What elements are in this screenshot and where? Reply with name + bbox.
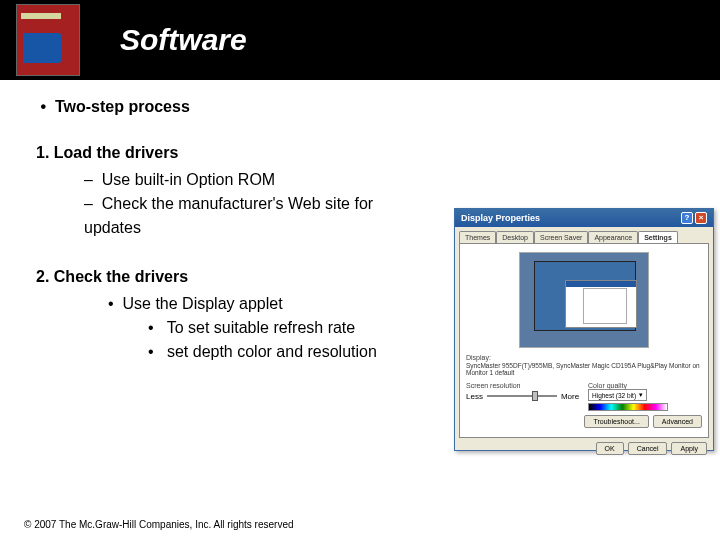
- tab-settings[interactable]: Settings: [638, 231, 678, 243]
- section-1-item: – Check the manufacturer's Web site for …: [36, 192, 416, 240]
- tab-appearance[interactable]: Appearance: [588, 231, 638, 243]
- tab-screensaver[interactable]: Screen Saver: [534, 231, 588, 243]
- cancel-button[interactable]: Cancel: [628, 442, 668, 455]
- color-quality-dropdown[interactable]: Highest (32 bit) ▾: [588, 389, 647, 401]
- dialog-title-text: Display Properties: [461, 213, 540, 223]
- book-cover-thumbnail: [16, 4, 80, 76]
- ok-button[interactable]: OK: [596, 442, 624, 455]
- main-bullet: • Two-step process: [36, 98, 684, 116]
- section-1-heading: 1. Load the drivers: [36, 144, 684, 162]
- display-label: Display:: [466, 354, 702, 361]
- color-quality-label: Color quality: [588, 382, 702, 389]
- troubleshoot-button[interactable]: Troubleshoot...: [584, 415, 648, 428]
- slide-header: Software: [0, 0, 720, 80]
- help-icon[interactable]: ?: [681, 212, 693, 224]
- resolution-slider[interactable]: [487, 391, 557, 401]
- copyright-footer: © 2007 The Mc.Graw-Hill Companies, Inc. …: [24, 519, 294, 530]
- color-spectrum: [588, 403, 668, 411]
- monitor-preview: [519, 252, 649, 348]
- main-bullet-text: Two-step process: [55, 98, 190, 115]
- dialog-tabs: Themes Desktop Screen Saver Appearance S…: [459, 231, 709, 243]
- slider-more-label: More: [561, 392, 579, 401]
- display-value: SyncMaster 955DF(T)/955MB, SyncMaster Ma…: [466, 362, 702, 376]
- section-1-item: – Use built-in Option ROM: [36, 168, 684, 192]
- dialog-body: Display: SyncMaster 955DF(T)/955MB, Sync…: [459, 243, 709, 438]
- dialog-titlebar: Display Properties ? ×: [455, 209, 713, 227]
- slider-less-label: Less: [466, 392, 483, 401]
- close-icon[interactable]: ×: [695, 212, 707, 224]
- display-properties-dialog: Display Properties ? × Themes Desktop Sc…: [454, 208, 714, 451]
- apply-button[interactable]: Apply: [671, 442, 707, 455]
- tab-themes[interactable]: Themes: [459, 231, 496, 243]
- tab-desktop[interactable]: Desktop: [496, 231, 534, 243]
- slide-title: Software: [120, 23, 247, 57]
- advanced-button[interactable]: Advanced: [653, 415, 702, 428]
- resolution-label: Screen resolution: [466, 382, 580, 389]
- chevron-down-icon: ▾: [639, 391, 643, 399]
